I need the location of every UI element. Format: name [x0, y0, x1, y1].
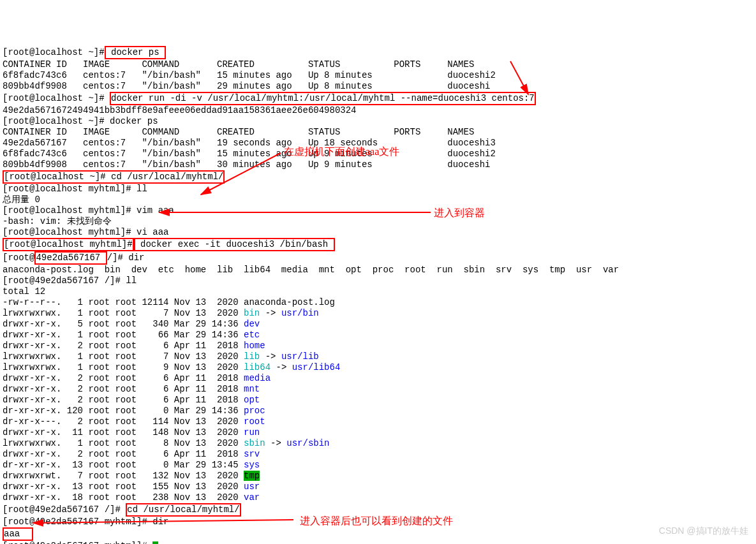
- annotation-see-file: 进入容器后也可以看到创建的文件: [300, 515, 453, 526]
- watermark: CSDN @搞IT的放牛娃: [659, 526, 748, 536]
- terminal-output: [root@localhost ~]# docker ps CONTAINER …: [3, 46, 753, 544]
- annotation-enter-container: 进入到容器: [434, 207, 485, 218]
- annotation-create-file: 在虚拟机下面创建aaa文件: [284, 146, 399, 157]
- cursor: [152, 541, 158, 544]
